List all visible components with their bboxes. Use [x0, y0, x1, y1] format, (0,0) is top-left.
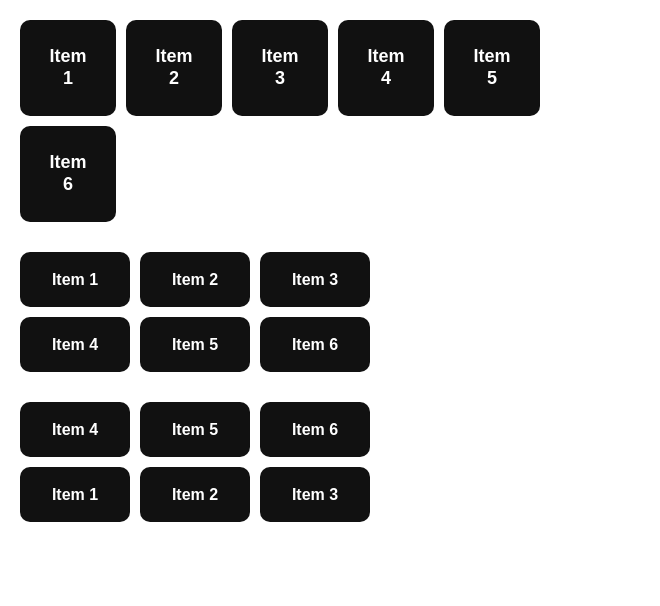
section2-item-4[interactable]: Item 4	[20, 317, 130, 372]
section-3: Item 4 Item 5 Item 6 Item 1 Item 2 Item …	[20, 402, 640, 522]
section1-item-3[interactable]: Item3	[232, 20, 328, 116]
section3-item-3[interactable]: Item 3	[260, 467, 370, 522]
section2-item-5[interactable]: Item 5	[140, 317, 250, 372]
section1-item-5[interactable]: Item5	[444, 20, 540, 116]
section2-row-2: Item 4 Item 5 Item 6	[20, 317, 640, 372]
section3-item-6[interactable]: Item 6	[260, 402, 370, 457]
section3-item-5[interactable]: Item 5	[140, 402, 250, 457]
section3-item-4[interactable]: Item 4	[20, 402, 130, 457]
section2-item-3[interactable]: Item 3	[260, 252, 370, 307]
section2-item-2[interactable]: Item 2	[140, 252, 250, 307]
section1-row: Item1 Item2 Item3 Item4 Item5 Item6	[20, 20, 640, 222]
section2-row-1: Item 1 Item 2 Item 3	[20, 252, 640, 307]
section-2: Item 1 Item 2 Item 3 Item 4 Item 5 Item …	[20, 252, 640, 372]
section3-item-2[interactable]: Item 2	[140, 467, 250, 522]
section1-item-2[interactable]: Item2	[126, 20, 222, 116]
section-1: Item1 Item2 Item3 Item4 Item5 Item6	[20, 20, 640, 222]
section1-item-4[interactable]: Item4	[338, 20, 434, 116]
section3-item-1[interactable]: Item 1	[20, 467, 130, 522]
section2-item-1[interactable]: Item 1	[20, 252, 130, 307]
section3-row-2: Item 1 Item 2 Item 3	[20, 467, 640, 522]
section3-row-1: Item 4 Item 5 Item 6	[20, 402, 640, 457]
section2-item-6[interactable]: Item 6	[260, 317, 370, 372]
section1-item-1[interactable]: Item1	[20, 20, 116, 116]
section1-item-6[interactable]: Item6	[20, 126, 116, 222]
